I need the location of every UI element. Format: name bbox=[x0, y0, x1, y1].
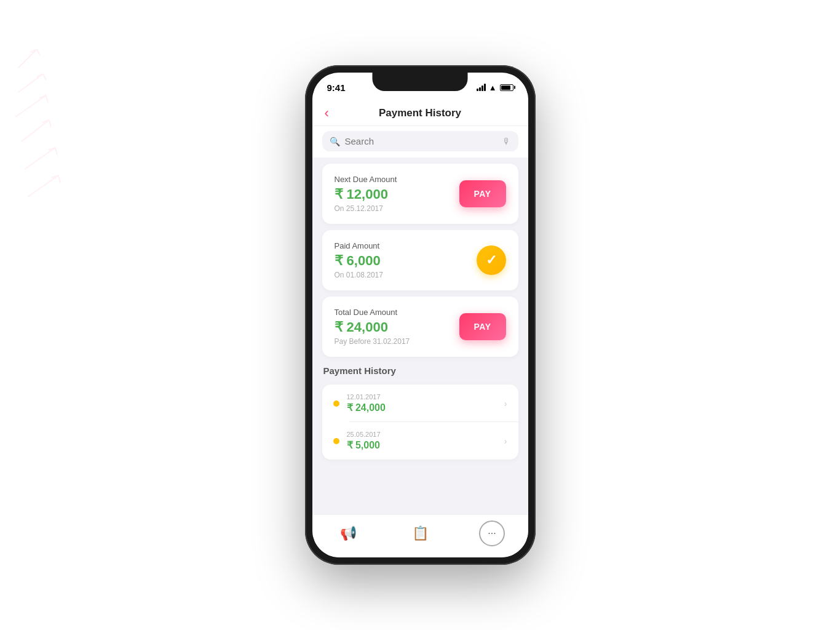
battery-icon bbox=[500, 84, 513, 91]
paid-amount-card: Paid Amount ₹ 6,000 On 01.08.2017 ✓ bbox=[322, 230, 518, 290]
history-amount-0: ₹ 24,000 bbox=[347, 402, 504, 413]
svg-line-6 bbox=[15, 95, 46, 117]
history-date-1: 25.05.2017 bbox=[347, 431, 504, 438]
svg-line-4 bbox=[43, 74, 46, 80]
svg-line-8 bbox=[39, 95, 46, 98]
wifi-icon: ▲ bbox=[489, 83, 497, 92]
svg-line-16 bbox=[58, 175, 60, 183]
search-icon: 🔍 bbox=[330, 137, 340, 146]
next-due-card: Next Due Amount ₹ 12,000 On 25.12.2017 P… bbox=[322, 164, 518, 224]
next-due-pay-button[interactable]: PAY bbox=[459, 180, 506, 207]
signal-icon bbox=[477, 84, 486, 91]
next-due-date: On 25.12.2017 bbox=[335, 204, 397, 213]
paid-amount-label: Paid Amount bbox=[335, 241, 383, 250]
status-icons: ▲ bbox=[477, 81, 513, 92]
total-due-info: Total Due Amount ₹ 24,000 Pay Before 31.… bbox=[335, 308, 410, 346]
chevron-right-icon-0: › bbox=[504, 399, 507, 409]
history-amount-1: ₹ 5,000 bbox=[347, 439, 504, 451]
chevron-right-icon-1: › bbox=[504, 436, 507, 446]
history-dot-0 bbox=[333, 401, 339, 407]
phone-screen: 9:41 ▲ ‹ Payment History 🔍 bbox=[312, 73, 528, 557]
history-item-0[interactable]: 12.01.2017 ₹ 24,000 › bbox=[322, 385, 518, 422]
svg-line-13 bbox=[55, 148, 57, 155]
svg-line-14 bbox=[49, 148, 55, 150]
paid-amount-date: On 01.08.2017 bbox=[335, 271, 383, 279]
next-due-label: Next Due Amount bbox=[335, 175, 397, 184]
tab-bar: 📢 📋 ··· bbox=[312, 514, 528, 557]
svg-line-1 bbox=[37, 49, 40, 55]
next-due-amount: ₹ 12,000 bbox=[335, 186, 397, 202]
page-title: Payment History bbox=[379, 107, 461, 119]
tab-notes[interactable]: 📋 bbox=[384, 515, 456, 551]
total-due-pay-button[interactable]: PAY bbox=[459, 313, 506, 340]
phone-frame: 9:41 ▲ ‹ Payment History 🔍 bbox=[305, 65, 536, 565]
svg-line-15 bbox=[28, 175, 58, 197]
total-due-card: Total Due Amount ₹ 24,000 Pay Before 31.… bbox=[322, 297, 518, 357]
svg-line-12 bbox=[25, 148, 55, 169]
paid-check-circle: ✓ bbox=[477, 245, 506, 275]
search-input[interactable] bbox=[345, 136, 497, 146]
history-info-0: 12.01.2017 ₹ 24,000 bbox=[347, 393, 504, 413]
paid-amount-value: ₹ 6,000 bbox=[335, 253, 383, 269]
total-due-label: Total Due Amount bbox=[335, 308, 410, 317]
svg-line-17 bbox=[52, 175, 58, 178]
tab-announcements[interactable]: 📢 bbox=[312, 515, 384, 551]
svg-line-7 bbox=[46, 95, 48, 103]
next-due-info: Next Due Amount ₹ 12,000 On 25.12.2017 bbox=[335, 175, 397, 213]
history-list: 12.01.2017 ₹ 24,000 › 25.05.2017 ₹ 5,000… bbox=[322, 385, 518, 460]
history-section-title: Payment History bbox=[322, 363, 518, 378]
notch bbox=[373, 73, 468, 91]
total-due-amount: ₹ 24,000 bbox=[335, 319, 410, 335]
svg-line-10 bbox=[49, 120, 51, 127]
announcements-icon: 📢 bbox=[340, 525, 357, 541]
more-icon: ··· bbox=[479, 520, 505, 546]
scroll-content: Next Due Amount ₹ 12,000 On 25.12.2017 P… bbox=[312, 158, 528, 514]
nav-bar: ‹ Payment History bbox=[312, 100, 528, 126]
svg-line-11 bbox=[42, 120, 49, 122]
search-container: 🔍 🎙 bbox=[312, 126, 528, 158]
mic-icon[interactable]: 🎙 bbox=[502, 137, 511, 146]
notes-icon: 📋 bbox=[412, 525, 429, 541]
check-icon: ✓ bbox=[486, 252, 497, 268]
back-button[interactable]: ‹ bbox=[325, 106, 329, 120]
history-info-1: 25.05.2017 ₹ 5,000 bbox=[347, 431, 504, 451]
paid-amount-info: Paid Amount ₹ 6,000 On 01.08.2017 bbox=[335, 241, 383, 279]
svg-line-3 bbox=[18, 74, 43, 92]
svg-line-0 bbox=[18, 49, 37, 68]
total-due-date: Pay Before 31.02.2017 bbox=[335, 337, 410, 346]
search-wrapper: 🔍 🎙 bbox=[322, 131, 518, 151]
status-time: 9:41 bbox=[327, 80, 346, 93]
history-date-0: 12.01.2017 bbox=[347, 393, 504, 401]
svg-line-2 bbox=[31, 49, 37, 52]
history-dot-1 bbox=[333, 438, 339, 444]
history-item-1[interactable]: 25.05.2017 ₹ 5,000 › bbox=[322, 422, 518, 460]
tab-more[interactable]: ··· bbox=[456, 515, 528, 551]
svg-line-9 bbox=[22, 120, 49, 142]
svg-line-5 bbox=[37, 74, 43, 77]
